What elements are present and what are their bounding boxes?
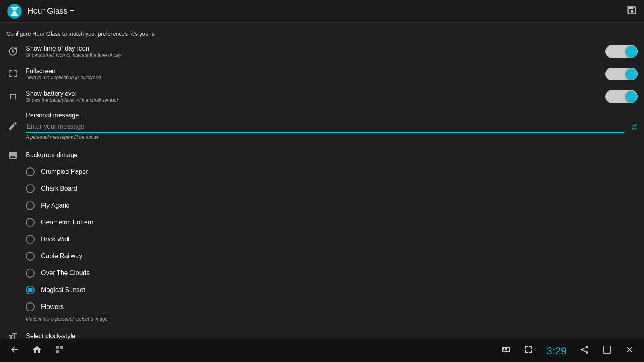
svg-rect-15 [56,350,59,353]
back-icon[interactable] [10,345,19,357]
toggle-time-of-day[interactable]: ON [605,45,638,58]
radio-cable-railway-label: Cable Railway [41,253,82,260]
background-image-section-header: Backgroundimage [0,144,644,163]
radio-flowers-circle [26,302,35,311]
image-icon [6,149,19,162]
background-image-desc: Make it more personal- select a image [0,315,644,325]
save-button[interactable] [626,4,638,18]
nav-buttons-left [10,345,64,357]
radio-fly-agaric-label: Fly Agaric [41,202,69,209]
setting-fullscreen-text: Fullscreen Always run application in ful… [26,68,605,80]
setting-battery-label: Show batterylevel [26,90,605,97]
battery-icon [6,90,19,103]
svg-rect-16 [603,346,611,353]
setting-battery-desc: Shows the batterylevel with a small symb… [26,97,605,103]
radio-over-the-clouds-label: Over The Clouds [41,269,90,277]
setting-fullscreen: Fullscreen Always run application in ful… [0,63,644,85]
personal-message-row: Personal message ↺ A personal message wi… [0,108,644,144]
setting-time-of-day: Show time of day Icon Show a small Icon … [0,40,644,63]
radio-brick-wall-label: Brick Wall [41,236,70,243]
radio-crumpled-paper-circle [26,167,35,176]
setting-battery-text: Show batterylevel Shows the batterylevel… [26,90,605,103]
radio-cable-railway-circle [26,252,35,261]
toggle-battery[interactable]: ON [605,90,638,103]
personal-message-input[interactable] [26,121,624,133]
radio-brick-wall-circle [26,235,35,244]
radio-fly-agaric-circle [26,201,35,210]
pencil-icon [6,119,19,132]
radio-cable-railway[interactable]: Cable Railway [0,248,644,265]
svg-rect-7 [13,13,16,14]
home-icon[interactable] [32,345,42,357]
app-title: Hour Glass + [27,6,626,16]
radio-magical-sunset[interactable]: Magical Sunset [0,282,644,298]
radio-over-the-clouds[interactable]: Over The Clouds [0,265,644,282]
fullscreen-icon [6,68,19,80]
clock-icon [6,45,19,58]
setting-fullscreen-desc: Always run application in fullscreen [26,75,605,80]
background-image-label: Backgroundimage [26,152,78,159]
personal-message-desc: A personal message will be shown [26,134,638,140]
window-icon[interactable] [602,345,612,357]
radio-flowers[interactable]: Flowers [0,298,644,315]
clock-style-section-header: Select clock-style [0,325,644,339]
svg-rect-3 [11,14,18,16]
personal-message-text: Personal message ↺ A personal message wi… [26,112,638,140]
svg-rect-14 [60,346,63,349]
svg-rect-13 [56,346,59,349]
share-icon[interactable] [580,345,589,357]
radio-fly-agaric[interactable]: Fly Agaric [0,197,644,214]
close-icon[interactable] [625,345,634,357]
setting-time-of-day-label: Show time of day Icon [26,45,605,52]
clock-display: 3:29 [546,345,567,357]
radio-flowers-label: Flowers [41,303,64,311]
app-icon [6,3,23,19]
radio-chark-board[interactable]: Chark Board [0,180,644,197]
personal-message-label: Personal message [26,112,638,119]
radio-chark-board-label: Chark Board [41,185,77,192]
radio-crumpled-paper[interactable]: Crumpled Paper [0,163,644,180]
main-content: Configure Hour Glass to match your prefe… [0,23,644,339]
expand-icon[interactable] [524,345,533,357]
radio-magical-sunset-label: Magical Sunset [41,286,85,294]
subtitle: Configure Hour Glass to match your prefe… [0,26,644,40]
radio-geometric-pattern-label: Geometric Pattern [41,219,93,226]
status-icons-right: 3:29 [501,345,634,357]
refresh-icon[interactable]: ↺ [631,122,638,132]
clock-style-label: Select clock-style [26,333,76,339]
keyboard-icon[interactable] [501,345,511,357]
personal-message-input-wrapper [26,121,624,133]
radio-magical-sunset-circle [26,286,35,294]
svg-point-12 [15,47,17,50]
setting-time-of-day-text: Show time of day Icon Show a small Icon … [26,45,605,58]
app-bar: Hour Glass + [0,0,644,23]
hourglass-svg [6,3,23,19]
radio-geometric-pattern[interactable]: Geometric Pattern [0,214,644,231]
toggle-fullscreen[interactable]: ON [605,68,638,80]
radio-over-the-clouds-circle [26,269,35,278]
radio-crumpled-paper-label: Crumpled Paper [41,168,88,175]
radio-brick-wall[interactable]: Brick Wall [0,231,644,248]
svg-rect-2 [11,7,18,8]
setting-battery: Show batterylevel Shows the batterylevel… [0,85,644,108]
recents-icon[interactable] [55,345,64,357]
radio-geometric-pattern-circle [26,218,35,227]
text-icon [6,330,19,339]
bottom-bar: 3:29 [0,339,644,362]
setting-fullscreen-label: Fullscreen [26,68,605,75]
setting-time-of-day-desc: Show a small Icon to indicate the time o… [26,52,605,58]
radio-chark-board-circle [26,184,35,193]
